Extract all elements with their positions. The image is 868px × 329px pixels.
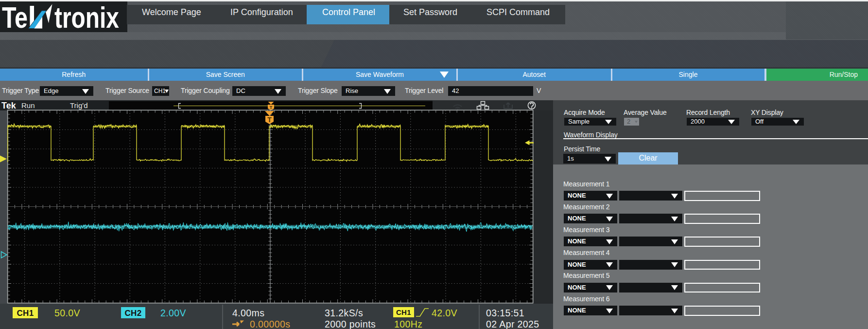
svg-text:50.0V: 50.0V	[54, 308, 80, 318]
svg-text:CH2: CH2	[124, 309, 141, 318]
svg-text:Tek: Tek	[1, 101, 17, 110]
svg-text:2.00V: 2.00V	[160, 308, 186, 318]
svg-text:100Hz: 100Hz	[394, 319, 422, 329]
svg-text:Trig'd: Trig'd	[70, 101, 87, 110]
svg-text:CH1: CH1	[396, 308, 411, 316]
svg-text:42.0V: 42.0V	[432, 308, 457, 318]
svg-text:03:15:51: 03:15:51	[486, 308, 524, 318]
svg-text:tronix: tronix	[54, 1, 119, 32]
svg-text:31.2kS/s: 31.2kS/s	[325, 308, 363, 318]
svg-text:4.00ms: 4.00ms	[232, 308, 264, 318]
svg-text:Te: Te	[2, 1, 28, 32]
svg-text:Run: Run	[21, 101, 35, 110]
svg-text:02 Apr 2025: 02 Apr 2025	[486, 319, 539, 329]
svg-text:T: T	[270, 105, 273, 110]
svg-text:0.00000s: 0.00000s	[250, 319, 290, 329]
svg-text:2000 points: 2000 points	[325, 319, 376, 329]
svg-text:CH1: CH1	[17, 309, 34, 318]
svg-text:T: T	[267, 116, 272, 124]
